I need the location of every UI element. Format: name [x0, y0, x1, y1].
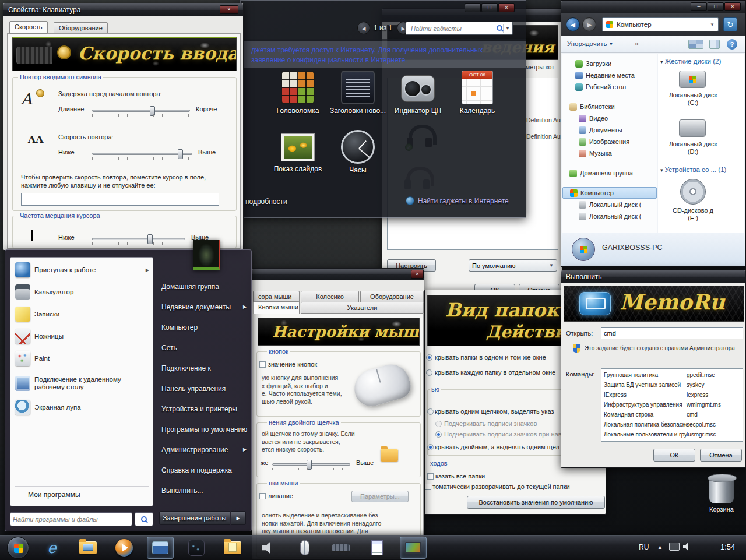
user-avatar[interactable] [193, 240, 220, 270]
taskbar-media-player[interactable] [111, 537, 138, 559]
option-double-click[interactable]: крывать двойным, а выделять одним щел [435, 443, 560, 450]
open-input[interactable] [601, 327, 743, 339]
run-titlebar[interactable]: Выполнить [561, 270, 745, 283]
tab-hardware[interactable]: Оборудование [54, 22, 108, 34]
mouse-titlebar[interactable] [252, 269, 424, 280]
start-button[interactable] [7, 537, 29, 559]
start-item-recent-docs[interactable]: Недавние документы [161, 303, 231, 311]
menu-item-sticky-notes[interactable]: Записки [15, 307, 149, 322]
sidebar-item-disk-d[interactable]: Локальный диск ( [562, 210, 657, 222]
command-row[interactable]: Локальная политика безопасностиsecpol.ms… [601, 420, 743, 429]
swap-buttons-checkbox[interactable] [259, 361, 266, 368]
tray-volume-icon[interactable] [683, 542, 691, 551]
my-programs-link[interactable]: Мои программы [28, 491, 145, 499]
menu-item-rdp[interactable]: Подключение к удаленному рабочему столу [15, 372, 149, 395]
change-view-button[interactable] [688, 40, 703, 49]
taskbar-messenger[interactable] [183, 537, 210, 559]
taskbar-explorer[interactable] [75, 537, 101, 559]
organize-button[interactable]: Упорядочить [567, 40, 607, 47]
gadget-search-box[interactable]: ▼ [406, 22, 513, 35]
option-same-window[interactable]: крывать папки в одном и том же окне [435, 354, 546, 361]
blink-slider[interactable] [92, 238, 185, 240]
radio-same-window[interactable] [426, 354, 432, 361]
menu-item-getting-started[interactable]: Приступая к работе ▶ [15, 262, 149, 277]
tray-language[interactable]: RU [639, 543, 649, 551]
clicklock-label[interactable]: липание [268, 492, 293, 499]
gadget-cpu[interactable]: Индикатор ЦП [389, 71, 447, 115]
forward-button[interactable]: ▶ [582, 17, 596, 31]
sidebar-item-pictures[interactable]: Изображения [562, 136, 657, 147]
drive-d-icon[interactable] [679, 119, 706, 137]
sidebar-item-homegroup[interactable]: Домашняя группа [562, 167, 657, 179]
checkbox-show-all-folders[interactable] [427, 473, 434, 480]
taskbar-ie[interactable]: e [38, 537, 65, 559]
start-search-button[interactable] [135, 512, 153, 526]
show-details-link[interactable]: подробности [245, 198, 287, 206]
tab-pointers[interactable]: Указатели [301, 302, 424, 314]
option-single-click[interactable]: крывать одним щелчком, выделять указ [435, 408, 554, 415]
minimize-button[interactable]: – [465, 3, 481, 12]
sidebar-item-libraries[interactable]: Библиотеки [562, 101, 657, 112]
gadget-search-input[interactable] [409, 23, 496, 34]
radio-underline-always[interactable] [435, 421, 442, 427]
option-new-window[interactable]: крывать каждую папку в отдельном окне [435, 369, 555, 376]
refresh-button[interactable]: ↻ [723, 17, 737, 31]
delay-slider[interactable] [92, 110, 190, 112]
clicklock-settings-button[interactable]: Параметры... [351, 491, 409, 502]
checkbox-auto-expand[interactable] [425, 484, 431, 490]
radio-new-window[interactable] [426, 369, 432, 376]
drive-c-icon[interactable] [679, 71, 706, 88]
sidebar-item-downloads[interactable]: Загрузки [562, 58, 657, 69]
maximize-button[interactable]: □ [708, 2, 724, 11]
tab-speed[interactable]: Скорость [9, 21, 48, 34]
taskbar-display-app[interactable] [400, 537, 427, 559]
tab-buttons[interactable]: Кнопки мыши [253, 301, 300, 314]
command-row[interactable]: Командная строкаcmd [601, 410, 743, 420]
default-dropdown[interactable]: По умолчанию ▼ [469, 259, 557, 272]
gadget-slideshow[interactable]: Показ слайдов [269, 130, 327, 173]
start-item-run[interactable]: Выполнить... [161, 487, 203, 495]
menu-item-magnifier[interactable]: Экранная лупа [15, 400, 149, 415]
maximize-button[interactable]: □ [481, 3, 498, 12]
taskbar-folder-docs[interactable] [219, 537, 246, 559]
commands-listbox[interactable]: Групповая политикаgpedit.msc Защита БД у… [601, 368, 743, 442]
devices-group-header[interactable]: ▾ Устройства со ... (1) [660, 166, 726, 173]
start-item-computer[interactable]: Компьютер [161, 323, 198, 332]
menu-item-snipping-tool[interactable]: Ножницы [15, 329, 149, 344]
taskbar-volume-app[interactable] [255, 537, 282, 559]
clicklock-checkbox[interactable] [259, 493, 266, 499]
tray-show-hidden-icons[interactable]: ▲ [657, 544, 663, 550]
recycle-bin[interactable]: Корзина [703, 478, 740, 513]
option-show-all-folders[interactable]: казать все папки [435, 473, 485, 480]
option-underline-hover[interactable]: Подчеркивать подписи значков при наве [444, 431, 565, 438]
find-gadgets-online-link[interactable]: Найти гаджеты в Интернете [406, 196, 509, 205]
taskbar-active-app[interactable] [147, 537, 174, 559]
info-line-2[interactable]: заявление о конфиденциальности в Интерне… [251, 56, 407, 64]
sidebar-item-music[interactable]: Музыка [562, 147, 657, 159]
taskbar-notepad-app[interactable] [364, 537, 390, 559]
command-row[interactable]: Инфраструктура управленияwmimgmt.ms [601, 400, 743, 410]
option-auto-expand[interactable]: томатически разворачивать до текущей пап… [432, 483, 570, 490]
taskbar-keyboard-app[interactable] [328, 537, 354, 559]
menu-item-calculator[interactable]: Калькулятор [15, 284, 149, 300]
run-ok-button[interactable]: ОК [653, 449, 695, 462]
drive-d-label[interactable]: Локальный диск (D:) [664, 140, 722, 156]
drive-c-label[interactable]: Локальный диск (C:) [664, 91, 722, 107]
close-button[interactable]: × [724, 2, 741, 11]
start-item-network[interactable]: Сеть [161, 344, 177, 352]
tab-hardware[interactable]: Оборудование [360, 291, 424, 302]
sidebar-item-computer[interactable]: Компьютер [562, 187, 657, 199]
doubleclick-slider[interactable] [272, 463, 350, 466]
page-back-button[interactable]: ◀ [357, 22, 370, 34]
gadget-news[interactable]: Заголовки ново... [329, 71, 387, 115]
start-item-help-support[interactable]: Справка и поддержка [161, 466, 232, 474]
tab-wheel[interactable]: Колесико [301, 291, 359, 302]
sidebar-item-disk-c[interactable]: Локальный диск ( [562, 199, 657, 210]
rate-slider[interactable] [92, 153, 192, 155]
start-item-administration[interactable]: Администрирование [161, 446, 228, 454]
repeat-test-input[interactable] [21, 193, 219, 206]
minimize-button[interactable]: – [691, 2, 707, 11]
cd-drive-label[interactable]: CD-дисково д (E:) [670, 207, 716, 222]
shutdown-options-button[interactable]: ▶ [231, 511, 246, 525]
close-button[interactable]: × [411, 270, 424, 279]
